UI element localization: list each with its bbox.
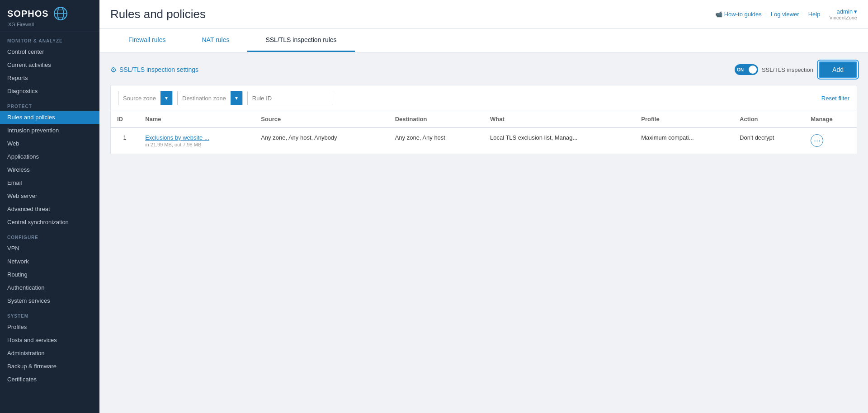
- video-icon: 📹: [715, 11, 722, 18]
- page-title: Rules and policies: [110, 7, 206, 21]
- col-id: ID: [111, 111, 139, 128]
- log-viewer-link[interactable]: Log viewer: [771, 11, 799, 18]
- user-zone: VincentZone: [829, 15, 857, 20]
- rule-id-input[interactable]: [247, 91, 333, 105]
- sidebar-item-web-server[interactable]: Web server: [0, 189, 99, 202]
- destination-zone-chevron[interactable]: ▾: [231, 91, 242, 105]
- rule-name-cell: Exclusions by website ...in 21.99 MB, ou…: [139, 127, 255, 154]
- main-area: Rules and policies 📹 How-to guides Log v…: [99, 0, 868, 413]
- tab-ssl-tls-inspection-rules[interactable]: SSL/TLS inspection rules: [247, 29, 354, 52]
- rule-source-cell: Any zone, Any host, Anybody: [255, 127, 388, 154]
- reset-filter-link[interactable]: Reset filter: [821, 95, 849, 102]
- sidebar-item-applications[interactable]: Applications: [0, 150, 99, 163]
- rule-manage-cell: ⋯: [804, 127, 857, 154]
- col-destination: Destination: [389, 111, 484, 128]
- sidebar-item-rules-and-policies[interactable]: Rules and policies: [0, 111, 99, 124]
- sidebar-item-email[interactable]: Email: [0, 176, 99, 189]
- toggle-description: SSL/TLS inspection: [762, 66, 813, 73]
- rule-action-cell: Don't decrypt: [733, 127, 804, 154]
- sophos-globe-icon: [53, 6, 68, 21]
- sidebar-item-system-services[interactable]: System services: [0, 294, 99, 307]
- toggle-thumb: [749, 66, 757, 74]
- sidebar-section-label: PROTECT: [0, 98, 99, 111]
- source-zone-chevron[interactable]: ▾: [160, 91, 172, 105]
- sidebar-item-vpn[interactable]: VPN: [0, 242, 99, 255]
- col-action: Action: [733, 111, 804, 128]
- product-name: XG Firewall: [8, 22, 92, 27]
- sidebar-item-hosts-and-services[interactable]: Hosts and services: [0, 333, 99, 347]
- col-source: Source: [255, 111, 388, 128]
- sidebar-logo: SOPHOS XG Firewall: [0, 0, 99, 32]
- sidebar-item-routing[interactable]: Routing: [0, 268, 99, 281]
- brand-name: SOPHOS: [7, 9, 49, 19]
- rule-profile-cell: Maximum compati...: [635, 127, 733, 154]
- settings-row: ⚙ SSL/TLS inspection settings ON SSL/TLS…: [110, 61, 857, 78]
- content-area: Firewall rulesNAT rulesSSL/TLS inspectio…: [99, 29, 868, 413]
- sidebar-item-advanced-threat[interactable]: Advanced threat: [0, 202, 99, 216]
- admin-label: admin: [837, 8, 853, 15]
- chevron-down-icon: ▾: [854, 8, 857, 15]
- ssl-tls-toggle[interactable]: ON: [735, 64, 758, 75]
- sidebar-item-administration[interactable]: Administration: [0, 347, 99, 360]
- col-name: Name: [139, 111, 255, 128]
- sidebar-item-certificates[interactable]: Certificates: [0, 373, 99, 386]
- destination-zone-label: Destination zone: [178, 95, 231, 102]
- tabs-bar: Firewall rulesNAT rulesSSL/TLS inspectio…: [99, 29, 868, 52]
- manage-button[interactable]: ⋯: [811, 134, 823, 147]
- source-zone-dropdown[interactable]: Source zone ▾: [118, 91, 173, 105]
- sidebar-item-current-activities[interactable]: Current activities: [0, 58, 99, 71]
- sidebar-item-web[interactable]: Web: [0, 137, 99, 150]
- ssl-tls-settings-label: SSL/TLS inspection settings: [119, 66, 198, 73]
- user-menu: admin ▾ VincentZone: [829, 8, 857, 20]
- sidebar-section-label: CONFIGURE: [0, 229, 99, 242]
- sidebar-item-profiles[interactable]: Profiles: [0, 320, 99, 333]
- rule-what-cell: Local TLS exclusion list, Manag...: [484, 127, 635, 154]
- col-profile: Profile: [635, 111, 733, 128]
- add-button[interactable]: Add: [819, 61, 857, 78]
- rule-subtitle: in 21.99 MB, out 7.98 MB: [145, 142, 248, 147]
- filters-row: Source zone ▾ Destination zone ▾ Reset f…: [110, 85, 857, 111]
- table-row: 1Exclusions by website ...in 21.99 MB, o…: [111, 127, 857, 154]
- sidebar-item-wireless[interactable]: Wireless: [0, 163, 99, 176]
- tab-nat-rules[interactable]: NAT rules: [184, 29, 247, 52]
- table-header-row: IDNameSourceDestinationWhatProfileAction…: [111, 111, 857, 128]
- help-link[interactable]: Help: [808, 11, 821, 18]
- sidebar-item-authentication[interactable]: Authentication: [0, 281, 99, 294]
- how-to-guides-label: How-to guides: [724, 11, 762, 18]
- sidebar-section-label: MONITOR & ANALYZE: [0, 32, 99, 45]
- settings-right: ON SSL/TLS inspection Add: [735, 61, 857, 78]
- sidebar-section-label: SYSTEM: [0, 307, 99, 320]
- header-actions: 📹 How-to guides Log viewer Help admin ▾ …: [715, 8, 857, 20]
- ssl-tls-settings-link[interactable]: ⚙ SSL/TLS inspection settings: [110, 66, 198, 74]
- gear-icon: ⚙: [110, 66, 117, 74]
- sidebar-item-backup-firmware[interactable]: Backup & firmware: [0, 360, 99, 373]
- col-manage: Manage: [804, 111, 857, 128]
- sidebar-item-network[interactable]: Network: [0, 255, 99, 268]
- table-body: 1Exclusions by website ...in 21.99 MB, o…: [111, 127, 857, 154]
- sidebar-item-reports[interactable]: Reports: [0, 71, 99, 84]
- table-header: IDNameSourceDestinationWhatProfileAction…: [111, 111, 857, 128]
- rule-name-link[interactable]: Exclusions by website ...: [145, 134, 209, 141]
- how-to-guides-link[interactable]: 📹 How-to guides: [715, 11, 762, 18]
- admin-dropdown[interactable]: admin ▾: [837, 8, 857, 15]
- sidebar-item-diagnostics[interactable]: Diagnostics: [0, 84, 99, 98]
- top-header: Rules and policies 📹 How-to guides Log v…: [99, 0, 868, 29]
- sidebar-item-intrusion-prevention[interactable]: Intrusion prevention: [0, 124, 99, 137]
- sidebar-item-control-center[interactable]: Control center: [0, 45, 99, 58]
- col-what: What: [484, 111, 635, 128]
- ssl-tls-toggle-wrapper: ON SSL/TLS inspection: [735, 64, 813, 75]
- rules-table: IDNameSourceDestinationWhatProfileAction…: [110, 111, 857, 154]
- sidebar-item-central-synchronization[interactable]: Central synchronization: [0, 216, 99, 229]
- destination-zone-dropdown[interactable]: Destination zone ▾: [177, 91, 243, 105]
- content-body: ⚙ SSL/TLS inspection settings ON SSL/TLS…: [99, 52, 868, 163]
- toggle-on-label: ON: [737, 67, 744, 72]
- source-zone-label: Source zone: [118, 95, 160, 102]
- tab-firewall-rules[interactable]: Firewall rules: [110, 29, 184, 52]
- sidebar: SOPHOS XG Firewall MONITOR & ANALYZECont…: [0, 0, 99, 413]
- sidebar-sections: MONITOR & ANALYZEControl centerCurrent a…: [0, 32, 99, 386]
- rule-destination-cell: Any zone, Any host: [389, 127, 484, 154]
- rule-id-cell: 1: [111, 127, 139, 154]
